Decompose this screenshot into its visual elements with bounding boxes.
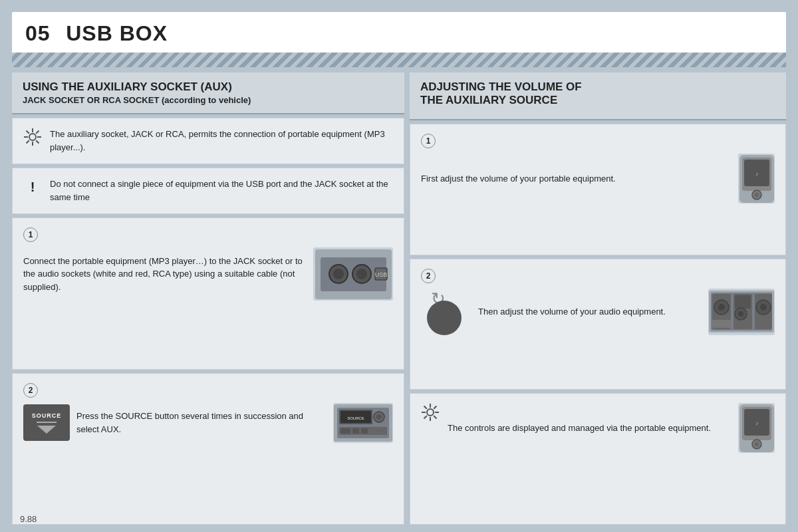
right-info-card: The controls are displayed and managed v…: [410, 393, 786, 525]
svg-line-53: [434, 416, 436, 419]
svg-point-23: [376, 414, 382, 420]
svg-point-38: [718, 304, 725, 311]
svg-rect-41: [735, 295, 751, 309]
left-step1-text: Connect the portable equipment (MP3 play…: [23, 255, 307, 294]
right-step2-card: 2 ↻ Then adjust the volume of your audio…: [410, 259, 786, 390]
right-step1-text: First adjust the volume of your portable…: [421, 172, 732, 186]
sun-icon-2: [421, 403, 440, 422]
svg-point-60: [755, 442, 759, 446]
svg-point-12: [333, 269, 344, 279]
svg-point-47: [427, 409, 434, 416]
info-card: The auxiliary socket, JACK or RCA, permi…: [12, 118, 404, 164]
left-header-title: USING THE AUXILIARY SOCKET (AUX): [23, 80, 394, 94]
page-header: 05 USB BOX: [12, 12, 786, 53]
knob-circle: [427, 301, 462, 335]
svg-rect-26: [352, 428, 359, 434]
right-section-header: ADJUSTING THE VOLUME OF THE AUXILIARY SO…: [410, 72, 786, 120]
main-content: USING THE AUXILIARY SOCKET (AUX) JACK SO…: [12, 72, 786, 525]
svg-line-55: [424, 416, 427, 419]
svg-text:SOURCE: SOURCE: [347, 416, 364, 420]
warning-card-text: Do not connect a single piece of equipme…: [50, 178, 393, 203]
warning-icon: !: [23, 178, 42, 196]
right-step2-num: 2: [421, 269, 436, 283]
stereo-image: [708, 289, 775, 335]
svg-point-0: [29, 134, 36, 140]
svg-line-54: [434, 406, 436, 409]
right-header-title: ADJUSTING THE VOLUME OF: [420, 80, 775, 94]
left-section-header: USING THE AUXILIARY SOCKET (AUX) JACK SO…: [12, 72, 404, 114]
svg-rect-27: [361, 428, 368, 434]
svg-text:♪: ♪: [755, 171, 758, 177]
source-button-image: SOURCE: [23, 404, 70, 441]
svg-text:♪: ♪: [755, 420, 758, 426]
chapter-title: USB BOX: [66, 21, 168, 45]
left-step2-text: Press the SOURCE button several times in…: [76, 410, 327, 436]
right-step2-text: Then adjust the volume of your audio equ…: [478, 305, 698, 319]
volume-knob-image: ↻: [421, 289, 467, 335]
right-info-text: The controls are displayed and managed v…: [448, 422, 732, 435]
page-number: 9.88: [20, 514, 37, 524]
step1-num: 1: [23, 227, 38, 242]
svg-point-14: [356, 269, 367, 279]
right-header-title2: THE AUXILIARY SOURCE: [420, 94, 775, 107]
right-step1-num: 1: [421, 134, 436, 148]
svg-line-52: [424, 406, 427, 409]
mp3-player-image-2: ♪: [738, 403, 775, 453]
svg-line-5: [27, 131, 29, 134]
svg-line-6: [36, 140, 39, 143]
info-card-text: The auxiliary socket, JACK or RCA, permi…: [50, 128, 393, 154]
mp3-player-image-1: ♪: [738, 154, 775, 203]
right-column: ADJUSTING THE VOLUME OF THE AUXILIARY SO…: [410, 72, 786, 525]
left-column: USING THE AUXILIARY SOCKET (AUX) JACK SO…: [12, 72, 404, 525]
left-step2-card: 2 SOURCE Press the SOURCE button sever: [12, 373, 404, 525]
svg-line-7: [36, 131, 39, 134]
svg-point-43: [738, 311, 743, 317]
left-step1-card: 1 Connect the portable equipment (MP3 pl…: [12, 217, 404, 370]
source-label: SOURCE: [32, 412, 62, 419]
right-sections: 1 First adjust the volume of your portab…: [410, 124, 786, 525]
svg-point-32: [755, 193, 759, 197]
svg-rect-25: [340, 428, 350, 434]
jack-socket-image: USB: [313, 247, 393, 301]
svg-text:USB: USB: [374, 271, 387, 278]
svg-line-8: [27, 140, 29, 143]
radio-device-image: SOURCE: [333, 403, 393, 443]
stripe-divider: [12, 53, 786, 67]
left-sections: The auxiliary socket, JACK or RCA, permi…: [12, 118, 404, 525]
svg-rect-39: [712, 320, 731, 328]
sun-icon: [23, 128, 42, 146]
page-title: 05: [25, 21, 51, 45]
right-step1-card: 1 First adjust the volume of your portab…: [410, 124, 786, 255]
step2-num: 2: [23, 383, 38, 398]
svg-point-46: [760, 304, 767, 311]
warning-card: ! Do not connect a single piece of equip…: [12, 168, 404, 214]
left-header-subtitle: JACK SOCKET OR RCA SOCKET (according to …: [23, 95, 394, 105]
